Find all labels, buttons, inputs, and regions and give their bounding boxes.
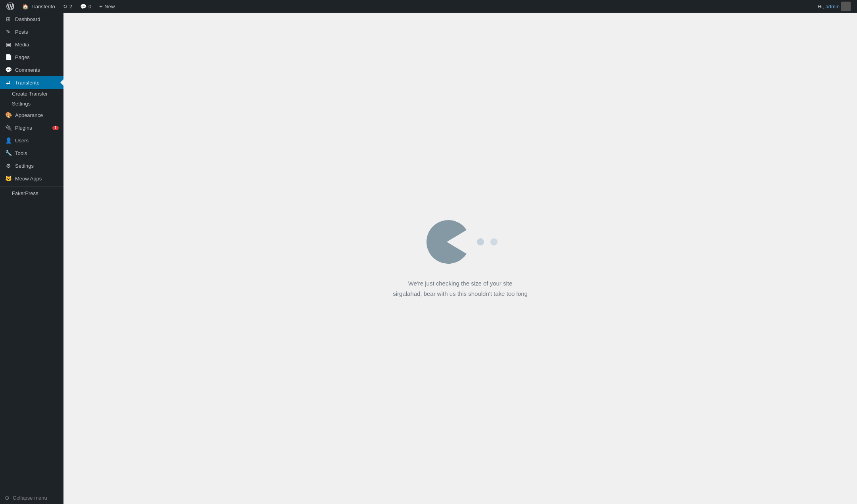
tools-icon: 🔧 [5,150,12,156]
sidebar-divider [0,186,63,187]
site-name-label: Transferito [31,4,55,10]
new-content-button[interactable]: + New [96,0,118,13]
plus-icon: + [99,3,102,10]
pacman-svg [423,218,471,266]
sidebar-item-comments[interactable]: 💬 Comments [0,63,63,76]
new-label: New [104,4,115,10]
sidebar-label-comments: Comments [15,67,59,73]
user-avatar[interactable] [841,2,851,11]
meow-apps-icon: 🐱 [5,175,12,182]
sidebar-label-pages: Pages [15,54,59,60]
sidebar-label-transferito: Transferito [15,80,59,86]
dashboard-icon: ⊞ [5,16,12,22]
sidebar-item-settings[interactable]: ⚙ Settings [0,159,63,172]
users-icon: 👤 [5,137,12,144]
admin-bar-right: Hi, admin [818,2,854,11]
sidebar-label-appearance: Appearance [15,112,59,118]
sidebar-label-meow-apps: Meow Apps [15,176,59,182]
site-name-button[interactable]: 🏠 Transferito [19,0,58,13]
sidebar-label-users: Users [15,138,59,144]
settings-icon: ⚙ [5,163,12,169]
sidebar-label-settings: Settings [15,163,59,169]
sidebar-item-tools[interactable]: 🔧 Tools [0,147,63,159]
collapse-icon: ⊙ [5,494,10,501]
wordpress-icon [6,2,14,10]
dot-2 [490,238,498,245]
main-layout: ⊞ Dashboard ✎ Posts ▣ Media 📄 Pages 💬 Co… [0,13,857,504]
sidebar-label-posts: Posts [15,29,59,35]
comments-count: 0 [88,4,91,10]
loading-container: We're just checking the size of your sit… [393,218,528,299]
loading-line-2: sirgalahad, bear with us this shouldn't … [393,289,528,299]
comments-nav-icon: 💬 [5,67,12,73]
wp-logo-button[interactable] [3,0,17,13]
sidebar-item-transferito[interactable]: ⇄ Transferito [0,76,63,89]
sidebar-label-plugins: Plugins [15,125,48,131]
active-arrow [60,79,63,86]
sidebar-item-faker-press[interactable]: FakerPress [0,188,63,198]
sidebar-item-plugins[interactable]: 🔌 Plugins 1 [0,121,63,134]
updates-icon: ↻ [63,4,67,10]
admin-bar: 🏠 Transferito ↻ 2 💬 0 + New Hi, admin [0,0,857,13]
plugins-icon: 🔌 [5,125,12,131]
username-label[interactable]: admin [826,4,840,10]
transferito-icon: ⇄ [5,79,12,86]
updates-button[interactable]: ↻ 2 [60,0,75,13]
sidebar-item-dashboard[interactable]: ⊞ Dashboard [0,13,63,25]
sidebar-submenu-create-transfer[interactable]: Create Transfer [0,89,63,99]
home-icon: 🏠 [22,4,29,10]
sidebar-item-media[interactable]: ▣ Media [0,38,63,51]
sidebar-item-users[interactable]: 👤 Users [0,134,63,147]
hi-label: Hi, [818,4,824,10]
sidebar-item-appearance[interactable]: 🎨 Appearance [0,109,63,121]
appearance-icon: 🎨 [5,112,12,118]
main-content: We're just checking the size of your sit… [63,13,857,504]
loading-line-1: We're just checking the size of your sit… [393,278,528,289]
sidebar: ⊞ Dashboard ✎ Posts ▣ Media 📄 Pages 💬 Co… [0,13,63,504]
posts-icon: ✎ [5,29,12,35]
updates-count: 2 [69,4,72,10]
collapse-menu-button[interactable]: ⊙ Collapse menu [0,491,63,504]
media-icon: ▣ [5,41,12,48]
sidebar-item-pages[interactable]: 📄 Pages [0,51,63,63]
comments-button[interactable]: 💬 0 [77,0,94,13]
faker-press-label: FakerPress [12,190,38,196]
dot-1 [477,238,484,245]
comments-icon: 💬 [80,4,86,10]
sidebar-item-posts[interactable]: ✎ Posts [0,25,63,38]
transferito-settings-label: Settings [12,101,31,107]
pacman-loader [423,218,498,266]
loading-text-container: We're just checking the size of your sit… [393,278,528,299]
collapse-label: Collapse menu [13,495,47,501]
plugins-badge: 1 [52,126,59,130]
sidebar-label-tools: Tools [15,150,59,156]
sidebar-label-dashboard: Dashboard [15,16,59,22]
sidebar-item-meow-apps[interactable]: 🐱 Meow Apps [0,172,63,185]
sidebar-submenu-settings[interactable]: Settings [0,99,63,109]
sidebar-label-media: Media [15,42,59,48]
pages-icon: 📄 [5,54,12,60]
pacman-shape [423,218,471,266]
create-transfer-label: Create Transfer [12,91,48,97]
